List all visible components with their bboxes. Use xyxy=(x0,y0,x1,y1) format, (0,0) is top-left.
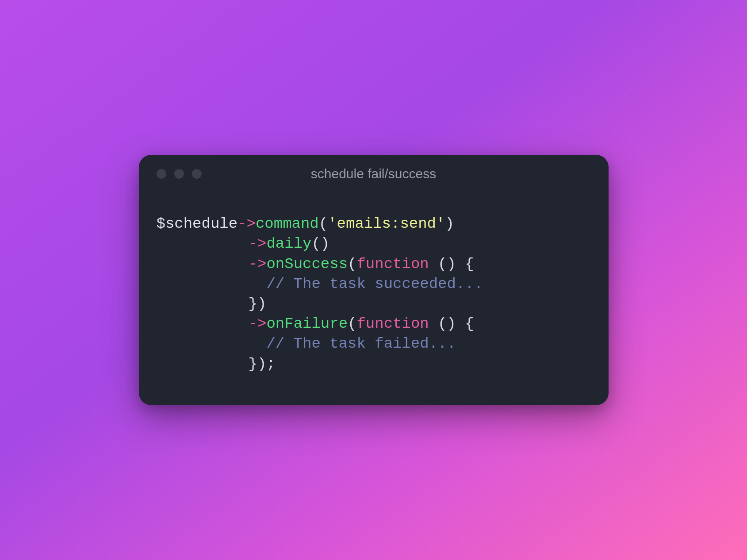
token-keyword: function xyxy=(356,315,429,332)
token-variable: $schedule xyxy=(157,215,238,232)
token-string: 'emails:send' xyxy=(328,215,445,232)
token-comment: // The task failed... xyxy=(266,335,456,352)
traffic-lights xyxy=(157,169,202,179)
token-paren: ( xyxy=(348,315,356,332)
code-window: schedule fail/success $schedule->command… xyxy=(139,155,609,405)
token-paren: ( xyxy=(319,215,328,232)
code-block: $schedule->command('emails:send')->daily… xyxy=(139,188,609,379)
token-brace: }) xyxy=(249,295,267,312)
token-comment: // The task succeeded... xyxy=(266,276,483,292)
token-arrow: -> xyxy=(238,215,256,232)
token-method: onSuccess xyxy=(266,256,348,272)
token-brace: () { xyxy=(429,315,474,332)
token-keyword: function xyxy=(356,256,429,272)
code-line: ->onSuccess(function () { xyxy=(157,254,591,274)
token-brace: () { xyxy=(429,256,474,272)
code-line: $schedule->command('emails:send') xyxy=(157,214,591,234)
token-method: daily xyxy=(266,235,311,252)
code-line: }) xyxy=(157,294,591,314)
maximize-icon[interactable] xyxy=(192,169,202,179)
token-arrow: -> xyxy=(249,235,267,252)
code-line: // The task failed... xyxy=(157,334,591,354)
token-arrow: -> xyxy=(249,256,267,272)
token-brace: }); xyxy=(249,356,276,372)
token-paren: ( xyxy=(348,256,356,272)
titlebar: schedule fail/success xyxy=(139,155,609,188)
token-paren: ) xyxy=(445,215,454,232)
token-method: onFailure xyxy=(266,315,348,332)
code-line: }); xyxy=(157,354,591,374)
token-method: command xyxy=(256,215,319,232)
minimize-icon[interactable] xyxy=(174,169,184,179)
token-arrow: -> xyxy=(249,315,267,332)
window-title: schedule fail/success xyxy=(311,166,436,181)
token-paren: () xyxy=(311,235,329,252)
code-line: ->onFailure(function () { xyxy=(157,314,591,334)
code-line: ->daily() xyxy=(157,234,591,254)
code-line: // The task succeeded... xyxy=(157,274,591,294)
close-icon[interactable] xyxy=(157,169,166,179)
